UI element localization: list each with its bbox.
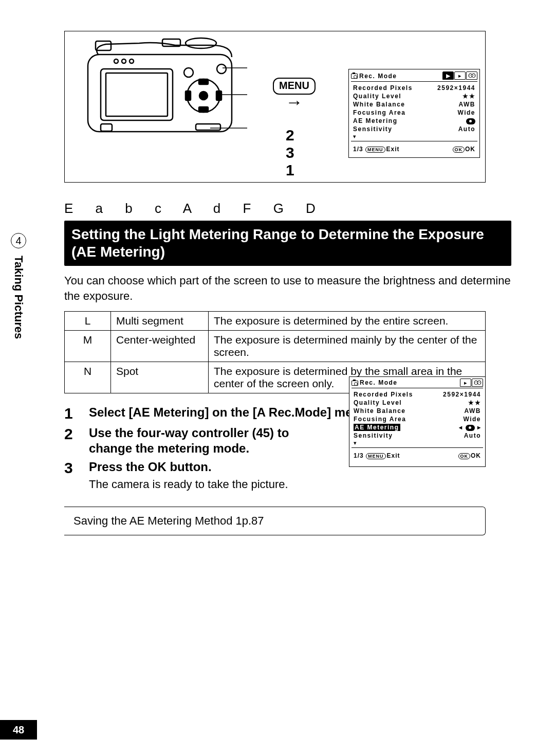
ok-label: OK	[471, 452, 481, 459]
svg-rect-8	[216, 91, 221, 100]
lcd-row-value: Auto	[464, 432, 481, 439]
svg-rect-1	[101, 69, 173, 120]
menu-chip-icon: MENU	[365, 147, 385, 153]
lcd-menu-row: White BalanceAWB	[349, 100, 479, 109]
ok-chip-icon: OK	[458, 453, 471, 459]
page-number: 48	[0, 720, 37, 740]
lcd-page: 1/3	[353, 146, 363, 153]
svg-rect-18	[196, 124, 220, 130]
playback-tab-icon: ▸	[454, 71, 466, 80]
mode-name-cell: Spot	[111, 362, 209, 393]
step-number: 3	[64, 459, 89, 491]
lcd-row-value	[466, 117, 475, 124]
table-row: MCenter-weightedThe exposure is determin…	[65, 331, 486, 362]
lcd-screen-1: Rec. Mode ▶ ▸ Ꙭ Recorded Pixels2592×1944…	[348, 69, 480, 158]
lcd-row-label: Quality Level	[354, 399, 402, 406]
exit-label: Exit	[387, 452, 400, 459]
lcd-menu-row: SensitivityAuto	[349, 125, 479, 133]
lcd-menu-row: SensitivityAuto	[349, 431, 485, 440]
lcd-row-label: Sensitivity	[354, 432, 393, 439]
side-tab: 4 Taking Pictures	[0, 233, 37, 339]
mode-icon-cell: L	[65, 312, 111, 331]
lcd-row-value: ◂ ▸	[459, 424, 481, 431]
exit-label: Exit	[386, 146, 400, 153]
lcd-row-label: AE Metering	[354, 424, 400, 431]
svg-point-4	[199, 92, 208, 100]
lcd-menu-row: AE Metering◂ ▸	[349, 423, 485, 431]
lcd-title: Rec. Mode	[359, 73, 397, 80]
setup-tab-icon: Ꙭ	[472, 379, 483, 387]
intro-text: You can choose which part of the screen …	[64, 273, 511, 304]
svg-point-14	[186, 38, 216, 48]
playback-tab-icon: ▸	[460, 379, 471, 387]
lcd-menu-row: Quality Level★★	[349, 399, 485, 407]
metering-icon	[466, 425, 475, 431]
step-number: 2	[64, 425, 89, 456]
lcd-menu-row: Recorded Pixels2592×1944	[349, 84, 479, 92]
arrow-right-icon: →	[273, 97, 316, 107]
svg-point-13	[130, 59, 134, 63]
lcd-row-value: AWB	[465, 407, 482, 415]
lcd-row-value: ★★	[468, 399, 481, 406]
lcd-row-label: Quality Level	[353, 93, 401, 100]
mode-icon-cell: N	[65, 362, 111, 393]
step-num: 1	[286, 161, 294, 179]
lcd-row-label: Recorded Pixels	[353, 84, 413, 92]
tab-active-icon: ▶	[442, 71, 454, 80]
step-num: 2	[286, 127, 294, 144]
svg-rect-2	[106, 73, 168, 116]
scroll-down-icon: ▾	[349, 133, 479, 140]
diagram-step-numbers: 2 3 1	[286, 127, 294, 179]
lcd-row-value: ★★	[462, 93, 475, 100]
camera-icon	[351, 381, 358, 386]
lcd-row-label: White Balance	[354, 407, 406, 415]
svg-rect-6	[199, 107, 208, 112]
step-number: 1	[64, 405, 89, 422]
table-row: LMulti segmentThe exposure is determined…	[65, 312, 486, 331]
lcd-row-label: White Balance	[353, 101, 405, 108]
lcd-title: Rec. Mode	[360, 379, 398, 386]
lcd-row-label: AE Metering	[353, 117, 398, 124]
lcd-tabs: ▸ Ꙭ	[460, 379, 483, 387]
mode-desc-cell: The exposure is determined by the entire…	[209, 312, 486, 331]
lcd-menu-row: AE Metering	[349, 117, 479, 125]
svg-point-10	[217, 64, 226, 74]
step-num: 3	[286, 144, 294, 161]
lcd-row-label: Recorded Pixels	[354, 391, 413, 398]
lcd-page: 1/3	[354, 452, 364, 459]
setup-tab-icon: Ꙭ	[466, 71, 477, 80]
mode-name-cell: Center-weighted	[111, 331, 209, 362]
menu-indicator: MENU →	[273, 78, 316, 107]
svg-point-11	[114, 59, 118, 63]
lcd-tabs: ▶ ▸ Ꙭ	[442, 71, 477, 80]
camera-icon	[351, 74, 358, 79]
lcd-row-value: 2592×1944	[437, 84, 475, 92]
lcd-row-label: Focusing Area	[354, 416, 406, 423]
scroll-down-icon: ▾	[349, 440, 485, 446]
lcd-row-label: Sensitivity	[353, 125, 393, 133]
lcd-menu-row: Focusing AreaWide	[349, 415, 485, 423]
lcd-menu-row: Focusing AreaWide	[349, 109, 479, 117]
svg-rect-7	[186, 91, 191, 100]
lcd-menu-row: Recorded Pixels2592×1944	[349, 390, 485, 399]
step-subtext: The camera is ready to take the picture.	[89, 478, 511, 491]
ok-label: OK	[465, 146, 475, 153]
shooting-mode-icons: E a b c A d F G D	[64, 201, 511, 217]
svg-rect-5	[199, 79, 208, 84]
camera-illustration	[78, 34, 247, 152]
step-heading: Use the four-way controller (45) to chan…	[89, 425, 305, 456]
lcd-row-label: Focusing Area	[353, 109, 405, 116]
mode-desc-cell: The exposure is determined mainly by the…	[209, 331, 486, 362]
chapter-label: Taking Pictures	[12, 256, 25, 339]
chapter-number: 4	[11, 233, 26, 248]
lcd-menu-row: Quality Level★★	[349, 92, 479, 100]
lcd-row-value: 2592×1944	[443, 391, 481, 398]
lcd-menu-row: White BalanceAWB	[349, 407, 485, 415]
reference-box: Saving the AE Metering Method 1p.87	[64, 507, 486, 535]
mode-icon-cell: M	[65, 331, 111, 362]
lcd-row-value: AWB	[459, 101, 476, 108]
lcd-screen-2: Rec. Mode ▸ Ꙭ Recorded Pixels2592×1944Qu…	[349, 376, 486, 467]
svg-point-9	[184, 68, 193, 77]
menu-chip-icon: MENU	[366, 453, 386, 459]
svg-rect-17	[101, 124, 112, 131]
